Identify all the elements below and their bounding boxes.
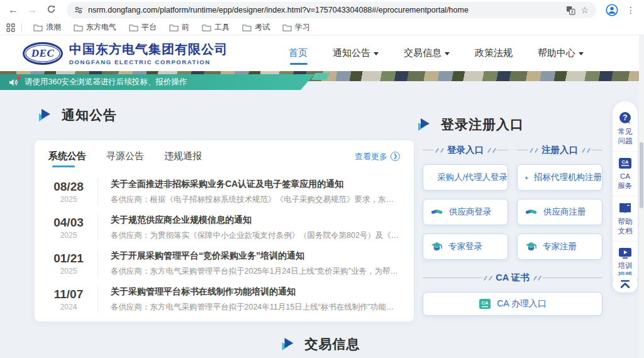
nav-trade-info[interactable]: 交易信息 (404, 47, 450, 59)
site-settings-icon[interactable] (74, 6, 83, 14)
chrome-menu-icon[interactable]: ⋮ (624, 5, 638, 15)
bookmarks-bar: 浪潮 东方电气 平台 前 工具 考试 学习 (0, 20, 644, 35)
notice-date: 01/21 2025 (48, 252, 89, 276)
section-title: 交易信息 (304, 335, 360, 353)
nav-home[interactable]: 首页 (289, 47, 308, 59)
chevron-down-icon (374, 52, 379, 55)
reload-icon[interactable] (44, 4, 58, 16)
url-text[interactable]: nsrm.dongfang.com/platform/runtime/epp/d… (88, 6, 561, 14)
bookmark-folder[interactable]: 东方电气 (69, 21, 121, 34)
apps-grid-icon[interactable] (6, 23, 15, 32)
nav-help-center[interactable]: 帮助中心 (538, 47, 584, 59)
notices-card: 系统公告 寻源公告 违规通报 查看更多 ❯ 08/28 2025 (35, 140, 414, 322)
forward-icon[interactable]: → (25, 4, 39, 16)
notice-date: 08/28 2025 (48, 180, 89, 204)
expert-register-button[interactable]: 专家注册 (517, 233, 602, 260)
notice-date: 04/03 2025 (48, 216, 89, 240)
supplier-register-button[interactable]: 供应商注册 (517, 199, 602, 225)
bookmark-folder[interactable]: 考试 (237, 21, 275, 34)
quick-access-rail: ? 常见问题 CA CA 服务 (613, 101, 638, 289)
login-section-header: 登录注册入口 (417, 116, 524, 133)
notice-title[interactable]: 关于采购管理平台标书在线制作功能培训的通知 (111, 286, 400, 298)
tab-sourcing-notices[interactable]: 寻源公告 (106, 150, 144, 167)
notice-item[interactable]: 04/03 2025 关于规范供应商企业规模信息的通知 各供应商：为贯彻落实《保… (48, 210, 400, 245)
browser-window: ← → nsrm.dongfang.com/platform/runtime/e… (0, 0, 644, 358)
ticker-text: 请使用360安全浏览器进行后续投标、报价操作 (25, 77, 187, 87)
notice-desc: 各供应商：东方电气采购管理平台拟于2024年11月15日上线“标书在线制作”功能… (111, 302, 400, 313)
notification-dot (17, 76, 21, 80)
folder-icon (33, 24, 43, 31)
notice-list: 08/28 2025 关于全面推进非招标采购业务CA认证及电子签章应用的通知 各… (48, 174, 400, 317)
graduation-cap-icon (525, 242, 537, 252)
section-title: 通知公告 (62, 106, 117, 124)
svg-text:?: ? (623, 113, 627, 122)
book-icon (618, 202, 632, 215)
translate-icon[interactable] (566, 6, 575, 15)
notice-title[interactable]: 关于规范供应商企业规模信息的通知 (111, 215, 400, 226)
notice-item[interactable]: 08/28 2025 关于全面推进非招标采购业务CA认证及电子签章应用的通知 各… (48, 174, 400, 210)
back-to-top-button[interactable] (613, 275, 638, 293)
purchaser-login-button[interactable]: 采购人/代理人登录 (423, 164, 508, 191)
faq-shortcut[interactable]: ? 常见问题 (613, 109, 638, 151)
dec-logo-oval-icon: DEC (23, 42, 63, 65)
bookmark-folder[interactable]: 浪潮 (28, 21, 66, 34)
login-column-header: 登录入口 (423, 144, 508, 156)
notice-item[interactable]: 01/21 2025 关于开展采购管理平台“竞价采购业务”培训的通知 各供应商：… (48, 245, 400, 281)
notice-title[interactable]: 关于全面推进非招标采购业务CA认证及电子签章应用的通知 (111, 179, 400, 190)
ca-badge-icon: CA (479, 298, 491, 310)
register-column: 注册入口 招标代理机构注册 (517, 144, 602, 268)
scrollbar-thumb[interactable] (640, 142, 643, 208)
ca-apply-button[interactable]: CA CA 办理入口 (423, 292, 602, 316)
speaker-icon (9, 78, 18, 87)
ca-service-shortcut[interactable]: CA CA 服务 (613, 151, 638, 196)
agency-register-button[interactable]: 招标代理机构注册 (517, 164, 602, 191)
announcement-ticker: 请使用360安全浏览器进行后续投标、报价操作 (0, 74, 314, 90)
bookmark-star-icon[interactable]: ☆ (580, 5, 589, 15)
chevron-down-icon (445, 52, 450, 55)
main-nav: 首页 通知公告 交易信息 政策法规 帮助中心 (289, 47, 584, 59)
company-name-en: DONGFANG ELECTRIC CORPORATION (69, 59, 228, 65)
tab-violation-reports[interactable]: 违规通报 (164, 150, 202, 167)
section-title: 登录注册入口 (441, 116, 524, 133)
supplier-login-button[interactable]: 供应商登录 (423, 199, 508, 225)
video-play-icon (618, 247, 632, 259)
bookmark-folder[interactable]: 学习 (277, 21, 315, 34)
main-content: 通知公告 系统公告 寻源公告 违规通报 查看更多 ❯ 08/28 (0, 81, 644, 358)
help-docs-shortcut[interactable]: 帮助文档 (613, 196, 638, 241)
bookmark-folder[interactable]: 工具 (197, 21, 235, 34)
login-portal: 登录入口 采购人/代理人登录 (423, 144, 602, 316)
page-scrollbar[interactable] (639, 35, 644, 358)
to-top-icon (619, 279, 631, 289)
profile-avatar-icon[interactable] (605, 3, 619, 17)
folder-icon (202, 24, 211, 31)
notice-desc: 各供应商：东方电气采购管理平台拟于2025年1月24日上线“竞价采购”业务，为帮… (111, 266, 400, 277)
view-more-link[interactable]: 查看更多 ❯ (355, 151, 400, 167)
notices-tabs: 系统公告 寻源公告 违规通报 查看更多 ❯ (48, 150, 400, 167)
back-icon[interactable]: ← (6, 4, 20, 16)
nav-notices[interactable]: 通知公告 (333, 47, 379, 59)
notice-desc: 各供应商：为贯彻落实《保障中小企业款项支付条例》（国务院令第802号）及《中小企… (111, 230, 400, 241)
portal-page: DEC 中国东方电气集团有限公司 DONGFANG ELECTRIC CORPO… (0, 35, 644, 358)
ca-card-icon: CA (618, 157, 632, 169)
expert-login-button[interactable]: 专家登录 (423, 233, 508, 260)
bookmark-folder[interactable]: 平台 (124, 21, 162, 34)
dec-logo[interactable]: DEC 中国东方电气集团有限公司 DONGFANG ELECTRIC CORPO… (23, 41, 228, 65)
bookmark-folder[interactable]: 前 (164, 21, 194, 34)
register-column-header: 注册入口 (517, 144, 602, 156)
svg-text:CA: CA (482, 300, 489, 306)
notice-title[interactable]: 关于开展采购管理平台“竞价采购业务”培训的通知 (111, 250, 400, 262)
nav-policies[interactable]: 政策法规 (475, 47, 513, 59)
handshake-icon (525, 207, 538, 217)
login-column: 登录入口 采购人/代理人登录 (423, 144, 508, 268)
handshake-icon (431, 207, 443, 217)
site-header: DEC 中国东方电气集团有限公司 DONGFANG ELECTRIC CORPO… (0, 35, 644, 71)
notice-item[interactable]: 11/07 2024 关于采购管理平台标书在线制作功能培训的通知 各供应商：东方… (48, 281, 400, 317)
question-bubble-icon: ? (618, 111, 632, 125)
bookmarks-divider (21, 23, 22, 32)
folder-icon (169, 24, 179, 31)
folder-icon (74, 24, 83, 31)
address-bar[interactable]: nsrm.dongfang.com/platform/runtime/epp/d… (67, 2, 596, 18)
folder-icon (129, 24, 138, 31)
chevron-down-icon (579, 52, 584, 55)
tab-system-notices[interactable]: 系统公告 (48, 150, 86, 167)
